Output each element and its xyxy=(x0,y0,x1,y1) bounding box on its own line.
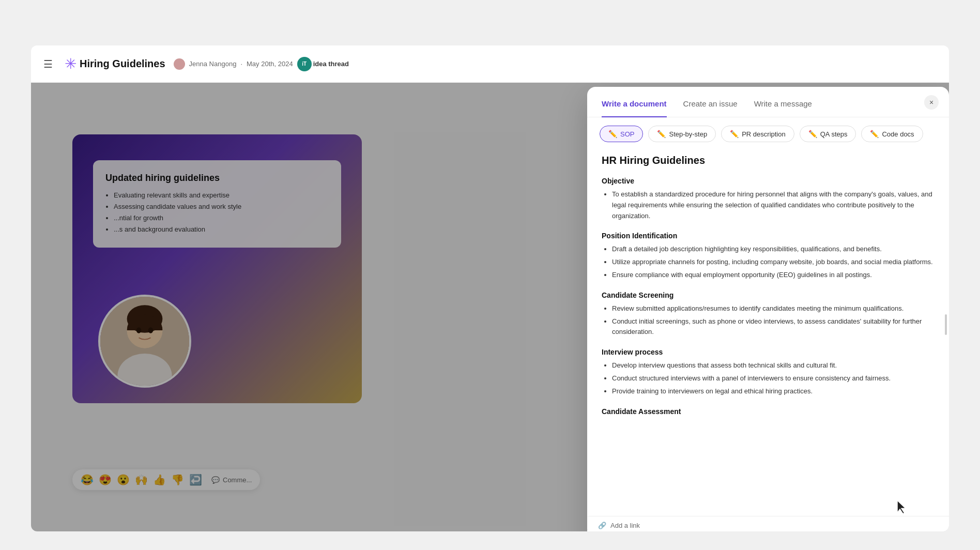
app-window: ☰ ✳ Hiring Guidelines Jenna Nangong · Ma… xyxy=(31,45,949,531)
app-header: ☰ ✳ Hiring Guidelines Jenna Nangong · Ma… xyxy=(31,45,949,83)
section-objective-list: To establish a standardized procedure fo… xyxy=(602,189,935,221)
section-interview-title: Interview process xyxy=(602,348,935,356)
pill-qa-steps[interactable]: ✏️ QA steps xyxy=(800,126,856,142)
content-area: Updated hiring guidelines Evaluating rel… xyxy=(31,83,949,531)
brand-logo-icon: iT xyxy=(297,57,312,71)
pill-qa-icon: ✏️ xyxy=(808,130,817,138)
close-icon: × xyxy=(929,98,933,106)
tab-write-message[interactable]: Write a message xyxy=(754,99,812,117)
tab-create-issue[interactable]: Create an issue xyxy=(683,99,738,117)
app-logo: ✳ xyxy=(61,55,80,73)
pill-step-label: Step-by-step xyxy=(669,130,707,138)
section-interview-list: Develop interview questions that assess … xyxy=(602,360,935,396)
app-main: Updated hiring guidelines Evaluating rel… xyxy=(31,83,949,531)
pill-pr-icon: ✏️ xyxy=(730,130,739,138)
pill-code-label: Code docs xyxy=(882,130,914,138)
pill-qa-label: QA steps xyxy=(820,130,848,138)
brand-logo: iT idea thread xyxy=(297,57,349,71)
separator: · xyxy=(240,60,242,68)
modal-header: Write a document Create an issue Write a… xyxy=(587,87,949,117)
snowflake-icon: ✳ xyxy=(65,55,76,72)
document-content: HR Hiring Guidelines Objective To establ… xyxy=(587,150,949,529)
section-assessment: Candidate Assessment xyxy=(602,407,935,416)
section-assessment-title: Candidate Assessment xyxy=(602,407,935,416)
section-screening-list: Review submitted applications/resumes to… xyxy=(602,303,935,338)
hamburger-icon[interactable]: ☰ xyxy=(43,58,53,70)
author-avatar xyxy=(174,58,185,70)
page-title: Hiring Guidelines xyxy=(80,58,165,70)
template-pills: ✏️ SOP ✏️ Step-by-step ✏️ PR description… xyxy=(587,117,949,150)
position-item-1: Draft a detailed job description highlig… xyxy=(612,244,935,255)
position-item-3: Ensure compliance with equal employment … xyxy=(612,270,935,281)
section-screening: Candidate Screening Review submitted app… xyxy=(602,291,935,338)
screening-item-1: Review submitted applications/resumes to… xyxy=(612,303,935,314)
pill-code-icon: ✏️ xyxy=(870,130,879,138)
section-screening-title: Candidate Screening xyxy=(602,291,935,299)
add-link-label[interactable]: Add a link xyxy=(610,522,640,529)
screening-item-2: Conduct initial screenings, such as phon… xyxy=(612,316,935,338)
pill-pr-description[interactable]: ✏️ PR description xyxy=(721,126,794,142)
header-meta: Jenna Nangong · May 20th, 2024 iT idea t… xyxy=(174,57,349,71)
section-position: Position Identification Draft a detailed… xyxy=(602,232,935,280)
pill-step-by-step[interactable]: ✏️ Step-by-step xyxy=(648,126,716,142)
post-date: May 20th, 2024 xyxy=(247,60,293,68)
add-link-bar: 🔗 Add a link xyxy=(588,516,949,531)
modal-close-button[interactable]: × xyxy=(924,95,939,110)
pill-sop-label: SOP xyxy=(620,130,634,138)
brand-name: idea thread xyxy=(313,60,349,68)
pill-pr-label: PR description xyxy=(742,130,786,138)
scrollbar-indicator[interactable] xyxy=(945,314,947,335)
document-title: HR Hiring Guidelines xyxy=(602,155,935,166)
position-item-2: Utilize appropriate channels for posting… xyxy=(612,257,935,268)
objective-item-1: To establish a standardized procedure fo… xyxy=(612,189,935,221)
modal-tabs: Write a document Create an issue Write a… xyxy=(602,99,812,117)
tab-write-document[interactable]: Write a document xyxy=(602,99,667,117)
section-interview: Interview process Develop interview ques… xyxy=(602,348,935,396)
pill-sop-icon: ✏️ xyxy=(608,130,617,138)
link-icon: 🔗 xyxy=(598,522,606,529)
section-position-list: Draft a detailed job description highlig… xyxy=(602,244,935,280)
pill-step-icon: ✏️ xyxy=(657,130,666,138)
pill-code-docs[interactable]: ✏️ Code docs xyxy=(861,126,923,142)
interview-item-3: Provide training to interviewers on lega… xyxy=(612,386,935,397)
ai-modal: Write a document Create an issue Write a… xyxy=(587,87,949,531)
pill-sop[interactable]: ✏️ SOP xyxy=(600,126,643,142)
interview-item-2: Conduct structured interviews with a pan… xyxy=(612,373,935,384)
section-objective-title: Objective xyxy=(602,177,935,185)
author-name: Jenna Nangong xyxy=(189,60,237,68)
section-objective: Objective To establish a standardized pr… xyxy=(602,177,935,221)
section-position-title: Position Identification xyxy=(602,232,935,240)
interview-item-1: Develop interview questions that assess … xyxy=(612,360,935,371)
